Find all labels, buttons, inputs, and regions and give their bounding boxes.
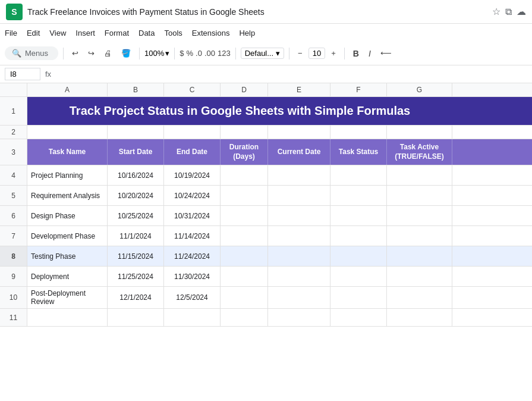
paint-format-button[interactable]: 🪣 [118,48,134,59]
cell-d2[interactable] [221,126,268,139]
cell-b9[interactable]: 11/25/2024 [108,267,164,286]
currency-button[interactable]: $ [180,49,184,58]
cell-g2[interactable] [387,126,452,139]
cell-g11[interactable] [387,309,452,326]
menu-format[interactable]: Format [105,29,129,37]
cell-d8[interactable] [221,246,268,266]
cell-d9[interactable] [221,267,268,286]
cell-f5[interactable] [330,186,387,205]
print-button[interactable]: 🖨 [100,48,115,59]
cell-a8[interactable]: Testing Phase [27,246,108,266]
cell-c8[interactable]: 11/24/2024 [164,246,221,266]
header-task-active[interactable]: Task Active (TRUE/FALSE) [387,139,452,165]
cell-a7[interactable]: Development Phase [27,226,108,246]
cell-a9[interactable]: Deployment [27,267,108,286]
cell-d6[interactable] [221,206,268,225]
font-size-input[interactable]: 10 [309,48,325,59]
menu-insert[interactable]: Insert [75,29,95,37]
font-dropdown-icon[interactable]: ▾ [276,49,280,58]
font-size-decrease-button[interactable]: − [294,48,306,59]
cell-e5[interactable] [268,186,330,205]
cell-c2[interactable] [164,126,221,139]
cell-c4[interactable]: 10/19/2024 [164,165,221,185]
undo-button[interactable]: ↩ [68,48,82,59]
col-header-a[interactable]: A [27,83,108,96]
cell-d4[interactable] [221,165,268,185]
cell-b6[interactable]: 10/25/2024 [108,206,164,225]
cell-c5[interactable]: 10/24/2024 [164,186,221,205]
col-header-b[interactable]: B [108,83,164,96]
cell-b8[interactable]: 11/15/2024 [108,246,164,266]
menu-extensions[interactable]: Extensions [192,29,230,37]
cell-e8[interactable] [268,246,330,266]
menu-view[interactable]: View [49,29,66,37]
dec-increase-button[interactable]: .0 [196,49,202,58]
header-task-status[interactable]: Task Status [330,139,387,165]
cell-a2[interactable] [27,126,108,139]
cell-g7[interactable] [387,226,452,246]
menu-help[interactable]: Help [239,29,255,37]
cell-f4[interactable] [330,165,387,185]
cell-e6[interactable] [268,206,330,225]
bold-button[interactable]: B [350,48,363,59]
cell-e10[interactable] [268,287,330,308]
cell-g6[interactable] [387,206,452,225]
header-start-date[interactable]: Start Date [108,139,164,165]
number-format-button[interactable]: 123 [218,49,231,58]
menu-file[interactable]: File [5,29,17,37]
cell-e11[interactable] [268,309,330,326]
cell-f6[interactable] [330,206,387,225]
spreadsheet-title[interactable]: Track Project Status in Google Sheets wi… [27,97,452,125]
toolbar-search[interactable]: 🔍 Menus [5,46,58,60]
cell-d10[interactable] [221,287,268,308]
cell-c9[interactable]: 11/30/2024 [164,267,221,286]
col-header-e[interactable]: E [268,83,330,96]
zoom-dropdown-icon[interactable]: ▾ [165,49,169,58]
font-size-increase-button[interactable]: + [328,48,339,59]
cell-f9[interactable] [330,267,387,286]
cell-b2[interactable] [108,126,164,139]
cell-g9[interactable] [387,267,452,286]
redo-button[interactable]: ↪ [84,48,98,59]
header-current-date[interactable]: Current Date [268,139,330,165]
cell-f10[interactable] [330,287,387,308]
header-task-name[interactable]: Task Name [27,139,108,165]
header-end-date[interactable]: End Date [164,139,221,165]
cell-g4[interactable] [387,165,452,185]
col-header-g[interactable]: G [387,83,452,96]
cell-a6[interactable]: Design Phase [27,206,108,225]
italic-button[interactable]: I [365,48,374,59]
cell-e2[interactable] [268,126,330,139]
cell-b7[interactable]: 11/1/2024 [108,226,164,246]
menu-edit[interactable]: Edit [27,29,40,37]
cell-g8[interactable] [387,246,452,266]
star-icon[interactable]: ☆ [492,6,500,17]
cell-b5[interactable]: 10/20/2024 [108,186,164,205]
cell-b11[interactable] [108,309,164,326]
cell-d7[interactable] [221,226,268,246]
cell-f7[interactable] [330,226,387,246]
cell-f11[interactable] [330,309,387,326]
dec-decrease-button[interactable]: .00 [204,49,215,58]
cell-c6[interactable]: 10/31/2024 [164,206,221,225]
strikethrough-button[interactable]: ⟵ [377,48,395,59]
cell-e4[interactable] [268,165,330,185]
copy-icon[interactable]: ⧉ [505,7,512,17]
menu-data[interactable]: Data [138,29,155,37]
cell-a10[interactable]: Post-Deployment Review [27,287,108,308]
cell-b4[interactable]: 10/16/2024 [108,165,164,185]
cell-d5[interactable] [221,186,268,205]
cell-a11[interactable] [27,309,108,326]
cell-e9[interactable] [268,267,330,286]
col-header-d[interactable]: D [221,83,268,96]
zoom-control[interactable]: 100% ▾ [144,49,169,58]
col-header-f[interactable]: F [330,83,387,96]
cell-d11[interactable] [221,309,268,326]
cell-e7[interactable] [268,226,330,246]
cell-b10[interactable]: 12/1/2024 [108,287,164,308]
cell-f8[interactable] [330,246,387,266]
cell-c7[interactable]: 11/14/2024 [164,226,221,246]
menu-tools[interactable]: Tools [164,29,182,37]
cell-a4[interactable]: Project Planning [27,165,108,185]
cell-g10[interactable] [387,287,452,308]
